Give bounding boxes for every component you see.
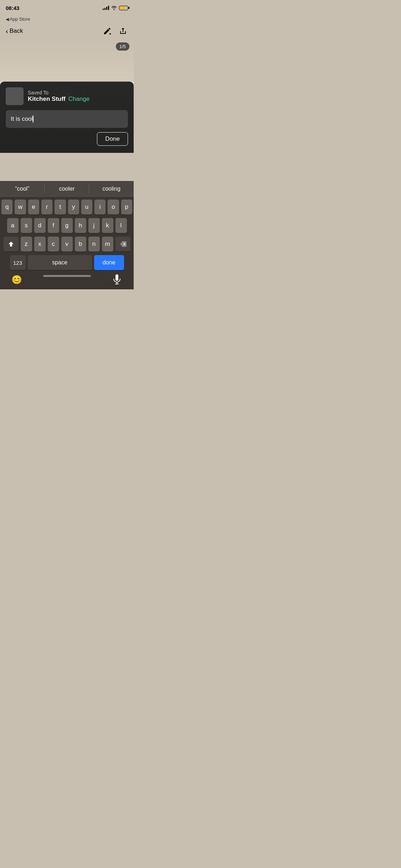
key-y[interactable]: y [68, 200, 79, 215]
key-v[interactable]: v [61, 237, 73, 252]
key-s[interactable]: s [21, 218, 32, 233]
keyboard-done-key[interactable]: done [94, 255, 124, 270]
svg-rect-0 [115, 274, 118, 281]
key-p[interactable]: p [121, 200, 132, 215]
keyboard-rows: q w e r t y u i o p a s d f g h j k l [0, 197, 134, 272]
saved-row: Saved To Kitchen Stuff Change [6, 87, 128, 105]
note-text: It is cool [11, 115, 33, 123]
nav-back-button[interactable]: ‹ Back [6, 27, 23, 35]
done-row: Done [6, 132, 128, 146]
change-album-button[interactable]: Change [68, 95, 90, 103]
key-row-4: 123 space done [1, 255, 132, 270]
key-u[interactable]: u [81, 200, 92, 215]
page-indicator: 1/5 [116, 42, 129, 51]
key-j[interactable]: j [88, 218, 100, 233]
signal-icon [103, 6, 109, 10]
key-k[interactable]: k [102, 218, 113, 233]
key-t[interactable]: t [55, 200, 66, 215]
key-d[interactable]: d [34, 218, 46, 233]
key-q[interactable]: q [1, 200, 12, 215]
key-x[interactable]: x [34, 237, 46, 252]
space-key[interactable]: space [28, 255, 92, 270]
key-n[interactable]: n [88, 237, 100, 252]
numbers-key[interactable]: 123 [10, 255, 26, 270]
key-l[interactable]: l [115, 218, 127, 233]
nav-back-label: Back [10, 27, 23, 35]
autocorrect-option-2[interactable]: cooler [45, 181, 89, 196]
home-indicator [43, 275, 91, 277]
done-button[interactable]: Done [97, 132, 128, 146]
share-icon[interactable] [118, 26, 128, 36]
autocorrect-option-1[interactable]: “cool” [0, 181, 45, 196]
status-right-icons: ⚡ [103, 6, 128, 10]
keyboard: “cool” cooler cooling q w e r t y u i o … [0, 181, 134, 289]
photo-bg-top [0, 39, 134, 82]
album-thumbnail [6, 87, 24, 105]
pencil-icon[interactable] [102, 26, 112, 36]
key-o[interactable]: o [108, 200, 119, 215]
key-e[interactable]: e [28, 200, 39, 215]
note-input[interactable]: It is cool [6, 110, 128, 128]
shift-key[interactable] [4, 237, 19, 252]
chevron-left-icon: ‹ [6, 27, 8, 35]
text-cursor [33, 115, 34, 123]
keyboard-bottom-bar: 😊 [0, 272, 134, 289]
key-r[interactable]: r [41, 200, 52, 215]
nav-right-icons [102, 26, 128, 36]
autocorrect-bar: “cool” cooler cooling [0, 181, 134, 197]
key-row-2: a s d f g h j k l [1, 218, 132, 233]
key-row-3: z x c v b n m [1, 237, 132, 252]
key-g[interactable]: g [61, 218, 73, 233]
key-z[interactable]: z [21, 237, 32, 252]
emoji-button[interactable]: 😊 [11, 274, 23, 286]
save-overlay-popup: Saved To Kitchen Stuff Change It is cool… [0, 82, 134, 153]
app-store-nav: ◀ App Store [0, 16, 134, 23]
key-m[interactable]: m [102, 237, 113, 252]
back-arrow-small: ◀ [6, 17, 9, 22]
nav-bar: ‹ Back [0, 23, 134, 39]
app-store-label: App Store [10, 16, 30, 22]
status-bar: 08:43 ⚡ [0, 0, 134, 16]
key-i[interactable]: i [94, 200, 106, 215]
status-time: 08:43 [6, 5, 19, 11]
wifi-icon [111, 6, 117, 10]
saved-info: Saved To Kitchen Stuff Change [28, 90, 89, 103]
key-c[interactable]: c [48, 237, 59, 252]
autocorrect-option-3[interactable]: cooling [89, 181, 134, 196]
key-row-1: q w e r t y u i o p [1, 200, 132, 215]
saved-to-label: Saved To [28, 90, 89, 95]
photo-area: 1/5 Saved To Kitchen Stuff Change It is … [0, 39, 134, 153]
key-h[interactable]: h [75, 218, 86, 233]
key-w[interactable]: w [15, 200, 26, 215]
key-f[interactable]: f [48, 218, 59, 233]
battery-icon: ⚡ [119, 6, 128, 10]
saved-album-row: Kitchen Stuff Change [28, 95, 89, 103]
delete-key[interactable] [115, 237, 130, 252]
key-b[interactable]: b [75, 237, 86, 252]
microphone-button[interactable] [111, 274, 123, 286]
album-name: Kitchen Stuff [28, 95, 66, 103]
key-a[interactable]: a [7, 218, 19, 233]
